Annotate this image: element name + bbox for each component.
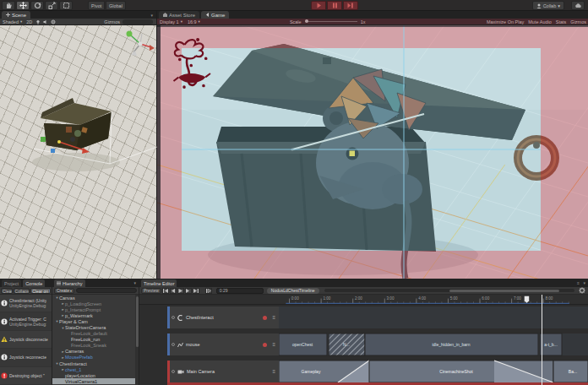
scene-chest-object[interactable]: [32, 98, 157, 171]
track-header-main-camera[interactable]: Main Camera ≡: [167, 361, 279, 382]
clear-button[interactable]: Clear: [1, 288, 13, 294]
effects-icon[interactable]: [51, 19, 56, 24]
hierarchy-item[interactable]: ►chest_1: [52, 366, 135, 372]
scene-viewport[interactable]: [0, 25, 156, 279]
clip-at-b[interactable]: a-t_b...: [540, 333, 562, 355]
preview-toggle[interactable]: Preview: [141, 288, 161, 294]
scale-tool-button[interactable]: [45, 1, 58, 10]
tab-timeline-editor[interactable]: Timeline Editor: [141, 279, 177, 287]
track-toggle-icon[interactable]: [172, 370, 175, 373]
item-label: p_Watermark: [65, 313, 93, 318]
tab-asset-store[interactable]: Asset Store: [159, 11, 199, 19]
scale-slider-knob[interactable]: [305, 19, 308, 23]
tab-console[interactable]: Console: [23, 279, 45, 287]
hierarchy-item[interactable]: ►p_LoadingScreen: [52, 301, 135, 306]
game-gizmos-dropdown[interactable]: Gizmos: [570, 19, 586, 24]
track-menu-icon[interactable]: ≡: [272, 315, 275, 320]
hierarchy-item[interactable]: ▼ChestInteract: [52, 361, 135, 366]
collapse-button[interactable]: Collapse: [14, 288, 30, 294]
game-viewport[interactable]: [157, 25, 588, 279]
hierarchy-item[interactable]: ►p_Watermark: [52, 312, 135, 318]
hierarchy-item[interactable]: FreeLook_Sneak: [52, 343, 135, 349]
hierarchy-scrollbar[interactable]: [135, 295, 139, 385]
collab-button[interactable]: Collab ▾: [532, 1, 564, 10]
clip-cinemachineshot[interactable]: CinemachineShot: [369, 361, 553, 382]
track-menu-icon[interactable]: ≡: [272, 342, 275, 347]
hierarchy-item[interactable]: ▼StateDrivenCamera: [52, 324, 135, 330]
goto-start-button[interactable]: [162, 288, 169, 294]
scale-slider[interactable]: [305, 21, 357, 22]
track-toggle-icon[interactable]: [172, 343, 175, 346]
timeline-menu-icon[interactable]: ≡: [577, 280, 580, 285]
timeline-gear-icon[interactable]: [579, 287, 585, 294]
scene-search-input[interactable]: [122, 19, 153, 24]
hierarchy-item[interactable]: playerLocation: [52, 372, 135, 378]
cloud-button[interactable]: [571, 1, 585, 10]
audio-icon[interactable]: [43, 19, 48, 24]
timeline-hscrollbar[interactable]: [324, 289, 574, 292]
stats-toggle[interactable]: Stats: [556, 19, 567, 24]
console-entry[interactable]: Joystick disconnecte: [0, 331, 52, 349]
hierarchy-item[interactable]: ▼Player & Cam: [52, 318, 135, 324]
move-tool-button[interactable]: [16, 1, 30, 10]
hierarchy-search-input[interactable]: [76, 288, 137, 293]
timeline-ruler[interactable]: 0:00 1:00 2:00 3:00 4:00 5:00 6:00 7:00 …: [139, 295, 588, 305]
shaded-dropdown[interactable]: Shaded: [3, 19, 19, 24]
display-dropdown[interactable]: Display 1: [160, 19, 179, 24]
mute-audio-toggle[interactable]: Mute Audio: [528, 19, 552, 24]
clip-idle-hidden-in-barn[interactable]: idle_hidden_in_barn: [365, 333, 538, 355]
scene-view-gizmo[interactable]: [127, 31, 155, 57]
clip-gameplay[interactable]: Gameplay: [279, 361, 369, 382]
console-entry[interactable]: Destroying object ": [0, 367, 52, 385]
timeline-caret-icon[interactable]: ▾: [583, 280, 585, 285]
track-header-mouse[interactable]: mouse ≡: [167, 333, 279, 355]
frame-field[interactable]: 0:29: [216, 288, 264, 294]
console-entry[interactable]: ChestInteract (UnityUnityEngine.Debug:: [0, 295, 52, 312]
scene-menu-caret-icon[interactable]: ▾: [150, 13, 153, 18]
hierarchy-item[interactable]: ▼Canvas: [52, 295, 135, 301]
record-button[interactable]: [263, 343, 267, 347]
hierarchy-item[interactable]: ►Cameras: [52, 349, 135, 355]
2d-toggle[interactable]: 2D: [26, 19, 32, 24]
prev-frame-button[interactable]: [170, 288, 177, 294]
play-button[interactable]: [311, 1, 326, 10]
next-frame-button[interactable]: [185, 288, 192, 294]
play-timeline-button[interactable]: [177, 288, 184, 294]
hand-tool-button[interactable]: [2, 1, 15, 10]
hierarchy-item[interactable]: ►MousePrefab: [52, 355, 135, 361]
goto-end-button[interactable]: [193, 288, 199, 294]
timeline-asset-dropdown[interactable]: NodusLdChestTimeline: [267, 288, 319, 294]
record-button[interactable]: [263, 316, 267, 320]
track-toggle-icon[interactable]: [172, 316, 175, 319]
hierarchy-item[interactable]: ►p_InteractPrompt: [52, 306, 135, 312]
maximize-on-play-toggle[interactable]: Maximize On Play: [487, 19, 524, 24]
clip-ba[interactable]: Ba...: [553, 361, 588, 382]
hierarchy-item-selected[interactable]: VirtualCamera1: [52, 378, 135, 384]
playhead-line[interactable]: [542, 295, 542, 385]
tab-hierarchy[interactable]: Hierarchy: [54, 279, 85, 287]
global-toggle[interactable]: Global: [106, 1, 126, 10]
aspect-dropdown[interactable]: 16:9: [188, 19, 197, 24]
pivot-toggle[interactable]: Pivot: [88, 1, 105, 10]
hierarchy-item[interactable]: FreeLook_run: [52, 337, 135, 343]
tab-project[interactable]: Project: [2, 279, 21, 287]
clear-on-play-button[interactable]: Clear on Pl: [30, 288, 51, 294]
play-range-button[interactable]: [205, 288, 212, 294]
clip-openchest[interactable]: openChest: [279, 333, 327, 355]
rect-tool-button[interactable]: [59, 1, 73, 10]
track-menu-icon[interactable]: ≡: [272, 369, 275, 374]
tab-scene[interactable]: Scene: [2, 11, 30, 19]
lighting-icon[interactable]: [35, 19, 41, 24]
hierarchy-item[interactable]: FreeLook_default: [52, 331, 135, 337]
create-button[interactable]: Create ▾: [54, 288, 74, 294]
track-header-chestinteract[interactable]: ChestInteract ≡: [167, 306, 279, 328]
rotate-tool-button[interactable]: [30, 1, 44, 10]
scene-gizmos-dropdown[interactable]: Gizmos: [104, 19, 120, 24]
clip-n[interactable]: N...: [329, 333, 365, 355]
tab-game[interactable]: Game: [201, 11, 229, 19]
hierarchy-menu-caret-icon[interactable]: ▾: [133, 280, 136, 285]
console-entry[interactable]: Activated Trigger: CUnityEngine.Debug:: [0, 312, 52, 330]
console-entry[interactable]: Joystick reconnecte: [0, 349, 52, 366]
pause-button[interactable]: [327, 1, 342, 10]
step-button[interactable]: [343, 1, 358, 10]
